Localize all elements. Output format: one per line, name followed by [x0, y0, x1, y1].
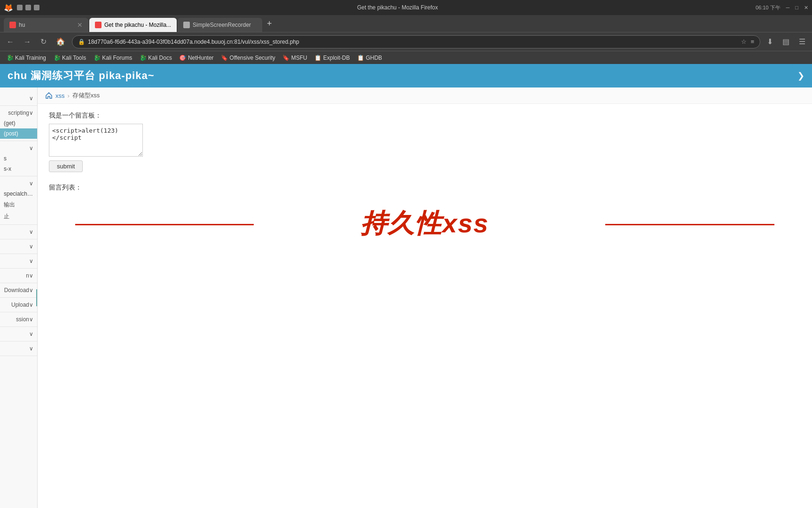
- site-title-right-icon: ❯: [797, 71, 804, 81]
- bookmark-nethunter-label: NetHunter: [188, 55, 214, 61]
- exploit-db-icon: 📋: [315, 55, 321, 61]
- form-area: 我是一个留言板： <script>alert(123)</script subm…: [38, 104, 812, 180]
- comments-label: 留言列表：: [38, 180, 812, 196]
- bookmark-ghdb[interactable]: 📋 GHDB: [354, 54, 385, 62]
- submit-button[interactable]: submit: [49, 160, 83, 172]
- bookmark-kali-forums-label: Kali Forums: [102, 55, 132, 61]
- xss-banner-area: 持久性xss: [38, 196, 812, 252]
- nav-forward[interactable]: →: [21, 36, 34, 48]
- sidebar-section-3: ∨ s s-x: [0, 141, 37, 176]
- breadcrumb-current: 存储型xss: [72, 91, 100, 100]
- menu-btn[interactable]: ☰: [796, 35, 808, 48]
- nav-home[interactable]: 🏠: [53, 35, 68, 48]
- titlebar-close[interactable]: ✕: [804, 5, 808, 11]
- sidebar-section-header-3[interactable]: ∨: [0, 143, 37, 153]
- new-tab-button[interactable]: +: [263, 19, 276, 29]
- sidebar-item-sx[interactable]: s-x: [0, 164, 37, 174]
- sidebar-download-header[interactable]: Download ∨: [0, 285, 37, 295]
- sidebar-section-scripting: scripting ∨ (get) (post): [0, 106, 37, 141]
- sidebar-section-header-n[interactable]: n ∨: [0, 270, 37, 281]
- nav-reload[interactable]: ↻: [38, 35, 49, 48]
- sidebar-btn[interactable]: ▤: [780, 35, 792, 48]
- tab-close-1[interactable]: ✕: [77, 21, 83, 29]
- tab-favicon-2: [183, 22, 190, 28]
- xss-line-right: [605, 224, 774, 225]
- address-url: 18d770a6-f6d6-443a-a394-03f0b14dd07a.nod…: [88, 39, 738, 45]
- time-display: 06:10 下午: [756, 4, 781, 11]
- bookmark-msfu-label: MSFU: [291, 55, 307, 61]
- sidebar-section-header-4[interactable]: ∨: [0, 178, 37, 189]
- sidebar-section-header-1[interactable]: ∨: [0, 93, 37, 103]
- sidebar-item-output[interactable]: 输出: [0, 199, 37, 211]
- sidebar-section-download: Download ∨: [0, 283, 37, 298]
- site-banner: chu 漏洞练习平台 pika-pika~ ❯: [0, 64, 812, 87]
- tab-label-2: SimpleScreenRecorder: [193, 22, 251, 28]
- sidebar-section-1: ∨: [0, 91, 37, 106]
- bookmark-nethunter[interactable]: 🎯 NetHunter: [177, 54, 217, 62]
- bookmark-msfu[interactable]: 🔖 MSFU: [280, 54, 310, 62]
- bookmark-offensive-security-label: Offensive Security: [230, 55, 275, 61]
- sidebar-session-header[interactable]: ssion ∨: [0, 314, 37, 325]
- ghdb-icon: 📋: [357, 55, 364, 61]
- breadcrumb-separator: ›: [68, 92, 70, 99]
- browser-titlebar: 🦊 Get the pikachu - Mozilla Firefox 06:1…: [0, 0, 812, 15]
- sidebar-n-label: n: [26, 272, 29, 279]
- sidebar-download-label: Download: [4, 287, 29, 294]
- breadcrumb-xss-link[interactable]: xss: [55, 92, 65, 99]
- titlebar-minimize[interactable]: ─: [786, 5, 790, 10]
- bookmark-kali-tools[interactable]: 🐉 Kali Tools: [51, 54, 89, 62]
- sidebar-item-post[interactable]: (post): [0, 128, 37, 139]
- main-content: xss › 存储型xss 我是一个留言板： <script>alert(123)…: [38, 87, 812, 508]
- sidebar-section-session: ssion ∨: [0, 312, 37, 327]
- sidebar-session-label: ssion: [16, 316, 29, 323]
- sidebar-section-header-6[interactable]: ∨: [0, 241, 37, 252]
- sidebar-section-header-7[interactable]: ∨: [0, 256, 37, 266]
- sidebar-scripting-chevron: ∨: [29, 110, 33, 116]
- xss-line-left: [75, 224, 254, 225]
- bookmark-star-icon[interactable]: ☆: [741, 38, 747, 45]
- sidebar-toggle[interactable]: ❯: [36, 289, 38, 306]
- nav-bar: ← → ↻ 🏠 🔒 18d770a6-f6d6-443a-a394-03f0b1…: [0, 32, 812, 51]
- comment-textarea[interactable]: <script>alert(123)</script: [49, 124, 143, 157]
- sidebar-item-s[interactable]: s: [0, 153, 37, 164]
- sidebar-section-header-5[interactable]: ∨: [0, 227, 37, 237]
- tab-active[interactable]: Get the pikachu - Mozilla...: [89, 18, 177, 32]
- nav-back[interactable]: ←: [4, 36, 17, 48]
- sidebar-section-header-11[interactable]: ∨: [0, 329, 37, 339]
- downloads-icon[interactable]: ⬇: [764, 35, 776, 48]
- bookmark-kali-docs[interactable]: 🐉 Kali Docs: [137, 54, 175, 62]
- sidebar-upload-header[interactable]: Upload ∨: [0, 300, 37, 310]
- tab-favicon-1: [9, 22, 16, 28]
- tab-inactive-2[interactable]: SimpleScreenRecorder: [178, 18, 262, 32]
- titlebar-icons: 06:10 下午 ─ □ ✕: [756, 4, 808, 11]
- home-icon: [45, 92, 53, 99]
- sidebar-section-n: n ∨: [0, 269, 37, 283]
- kali-tools-icon: 🐉: [54, 55, 60, 61]
- sidebar-item-specialchars[interactable]: specialchars: [0, 189, 37, 199]
- offensive-security-icon: 🔖: [221, 55, 228, 61]
- tab-inactive-1[interactable]: hu ✕: [4, 18, 88, 32]
- bookmark-ghdb-label: GHDB: [366, 55, 382, 61]
- sidebar-scripting-header[interactable]: scripting ∨: [0, 108, 37, 118]
- bookmark-exploit-db[interactable]: 📋 Exploit-DB: [312, 54, 353, 62]
- address-bar[interactable]: 🔒 18d770a6-f6d6-443a-a394-03f0b14dd07a.n…: [72, 35, 760, 48]
- xss-banner-text: 持久性xss: [360, 206, 489, 242]
- sidebar-item-get[interactable]: (get): [0, 118, 37, 128]
- titlebar-resize[interactable]: □: [795, 5, 798, 10]
- tab-favicon-active: [95, 22, 102, 28]
- bookmark-kali-forums[interactable]: 🐉 Kali Forums: [91, 54, 135, 62]
- window-title: Get the pikachu - Mozilla Firefox: [43, 4, 752, 11]
- reader-mode-icon[interactable]: ≡: [750, 38, 754, 45]
- breadcrumb: xss › 存储型xss: [38, 87, 812, 104]
- sidebar-item-stop[interactable]: 止: [0, 211, 37, 222]
- bookmark-kali-docs-label: Kali Docs: [148, 55, 172, 61]
- tab-bar: hu ✕ Get the pikachu - Mozilla... Simple…: [0, 15, 812, 32]
- sidebar-section-header-12[interactable]: ∨: [0, 343, 37, 354]
- sidebar-scripting-label: scripting: [8, 110, 29, 116]
- sidebar-section-12: ∨: [0, 341, 37, 356]
- sidebar-upload-label: Upload: [11, 302, 29, 308]
- bookmark-kali-training[interactable]: 🐉 Kali Training: [4, 54, 49, 62]
- bookmark-offensive-security[interactable]: 🔖 Offensive Security: [219, 54, 278, 62]
- bookmark-kali-training-label: Kali Training: [15, 55, 46, 61]
- page-content: ❯ ∨ scripting ∨ (get) (post) ∨ s s-x ∨ s…: [0, 87, 812, 508]
